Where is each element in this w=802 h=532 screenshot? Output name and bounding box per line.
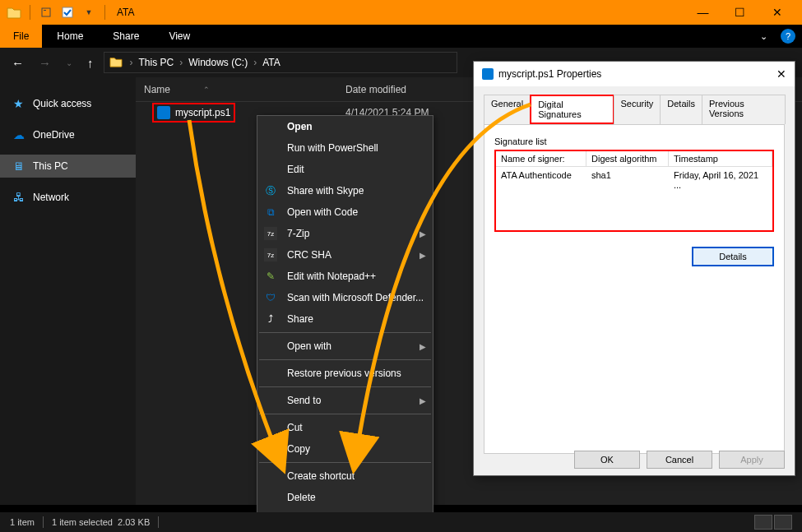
ctx-copy[interactable]: Copy xyxy=(257,438,433,460)
ctx-run-powershell[interactable]: Run with PowerShell xyxy=(257,137,433,159)
signature-list-label: Signature list xyxy=(494,136,774,146)
sidebar-item-label: This PC xyxy=(33,160,68,172)
address-bar[interactable]: › This PC › Windows (C:) › ATA xyxy=(104,52,457,73)
tab-view[interactable]: View xyxy=(154,26,205,46)
signature-row[interactable]: ATA Authenticode sha1 Friday, April 16, … xyxy=(496,167,772,193)
column-name[interactable]: Name ⌃ xyxy=(144,84,345,95)
tab-general[interactable]: General xyxy=(484,95,531,124)
quick-access-toolbar: ▼ xyxy=(26,3,109,21)
close-button[interactable]: ✕ xyxy=(758,0,795,25)
ctx-restore[interactable]: Restore previous versions xyxy=(257,363,433,384)
forward-button[interactable]: → xyxy=(34,53,56,72)
breadcrumb-item[interactable]: This PC xyxy=(136,57,178,68)
status-bar: 1 item 1 item selected 2.03 KB xyxy=(0,512,802,532)
ribbon: File Home Share View ⌄ ? xyxy=(0,25,802,48)
sidebar-item-thispc[interactable]: 🖥 This PC xyxy=(0,155,136,178)
tab-previous-versions[interactable]: Previous Versions xyxy=(702,95,786,124)
7zip-icon: 7z xyxy=(264,227,277,240)
shield-icon: 🛡 xyxy=(264,291,277,304)
ctx-open[interactable]: Open xyxy=(257,116,433,137)
timestamp: Friday, April 16, 2021 ... xyxy=(669,167,772,193)
close-icon[interactable]: ✕ xyxy=(777,67,786,81)
network-icon: 🖧 xyxy=(13,191,26,204)
sidebar-item-quickaccess[interactable]: ★ Quick access xyxy=(0,92,136,115)
ctx-edit[interactable]: Edit xyxy=(257,159,433,180)
view-large-icon[interactable] xyxy=(774,515,792,530)
status-selected: 1 item selected 2.03 KB xyxy=(52,517,150,527)
sidebar-item-label: Network xyxy=(33,192,69,203)
apply-button[interactable]: Apply xyxy=(719,451,785,469)
share-icon: ⤴ xyxy=(264,312,277,326)
back-button[interactable]: ← xyxy=(7,53,29,72)
ctx-delete[interactable]: Delete xyxy=(257,487,433,508)
dialog-titlebar: myscript.ps1 Properties ✕ xyxy=(474,62,795,86)
help-icon[interactable]: ? xyxy=(781,29,795,44)
window-title: ATA xyxy=(117,7,684,18)
ctx-notepadpp[interactable]: ✎Edit with Notepad++ xyxy=(257,266,433,287)
ctx-cut[interactable]: Cut xyxy=(257,417,433,438)
ctx-sendto[interactable]: Send to▶ xyxy=(257,390,433,411)
crc-icon: 7z xyxy=(264,248,277,261)
sort-icon: ⌃ xyxy=(203,86,210,94)
npp-icon: ✎ xyxy=(264,270,277,283)
ctx-share[interactable]: ⤴Share xyxy=(257,308,433,330)
cancel-button[interactable]: Cancel xyxy=(647,451,712,469)
vscode-icon: ⧉ xyxy=(264,206,277,219)
column-timestamp[interactable]: Timestamp xyxy=(669,151,772,166)
tab-security[interactable]: Security xyxy=(614,95,661,124)
titlebar: ▼ ATA — ☐ ✕ xyxy=(0,0,802,25)
dialog-panel: Signature list Name of signer: Digest al… xyxy=(484,125,785,454)
dialog-buttons: OK Cancel Apply xyxy=(574,451,785,469)
tab-digital-signatures[interactable]: Digital Signatures xyxy=(530,95,614,124)
ps1-file-icon xyxy=(157,106,170,119)
skype-icon: Ⓢ xyxy=(264,184,277,197)
ctx-7zip[interactable]: 7z7-Zip▶ xyxy=(257,223,433,244)
file-tab[interactable]: File xyxy=(0,25,42,48)
svg-rect-1 xyxy=(44,10,46,11)
column-signer[interactable]: Name of signer: xyxy=(496,151,586,166)
column-date[interactable]: Date modified xyxy=(345,84,477,95)
ctx-defender[interactable]: 🛡Scan with Microsoft Defender... xyxy=(257,287,433,308)
properties-dialog: myscript.ps1 Properties ✕ General Digita… xyxy=(473,61,795,476)
column-algorithm[interactable]: Digest algorithm xyxy=(586,151,669,166)
qat-checkbox-icon[interactable] xyxy=(58,3,76,21)
tab-share[interactable]: Share xyxy=(98,26,154,46)
cloud-icon: ☁ xyxy=(13,128,26,141)
ribbon-chevron-icon[interactable]: ⌄ xyxy=(753,31,774,42)
digest-algorithm: sha1 xyxy=(586,167,669,193)
context-menu: Open Run with PowerShell Edit ⓈShare wit… xyxy=(257,115,433,532)
ctx-vscode[interactable]: ⧉Open with Code xyxy=(257,201,433,223)
chevron-down-icon[interactable]: ▼ xyxy=(80,3,98,21)
ctx-crcsha[interactable]: 7zCRC SHA▶ xyxy=(257,244,433,266)
signature-list[interactable]: Name of signer: Digest algorithm Timesta… xyxy=(494,150,774,232)
tab-home[interactable]: Home xyxy=(42,26,98,46)
dialog-tabs: General Digital Signatures Security Deta… xyxy=(484,95,785,125)
details-button[interactable]: Details xyxy=(692,247,774,266)
folder-icon xyxy=(7,6,21,19)
pc-icon: 🖥 xyxy=(13,160,26,173)
maximize-button[interactable]: ☐ xyxy=(721,0,758,25)
folder-icon xyxy=(109,56,123,70)
tab-details[interactable]: Details xyxy=(660,95,702,124)
sidebar: ★ Quick access ☁ OneDrive 🖥 This PC 🖧 Ne… xyxy=(0,77,136,505)
breadcrumb-item[interactable]: ATA xyxy=(259,57,284,68)
ok-button[interactable]: OK xyxy=(574,451,640,469)
dialog-title: myscript.ps1 Properties xyxy=(498,68,601,80)
ctx-shortcut[interactable]: Create shortcut xyxy=(257,465,433,487)
breadcrumb-item[interactable]: Windows (C:) xyxy=(185,57,251,68)
ctx-skype[interactable]: ⓈShare with Skype xyxy=(257,180,433,201)
minimize-button[interactable]: — xyxy=(684,0,721,25)
sidebar-item-label: Quick access xyxy=(33,98,91,109)
ps1-file-icon xyxy=(482,68,494,80)
sidebar-item-label: OneDrive xyxy=(33,129,75,141)
star-icon: ★ xyxy=(13,97,26,110)
view-details-icon[interactable] xyxy=(754,515,772,530)
file-name: myscript.ps1 xyxy=(175,107,230,118)
sidebar-item-network[interactable]: 🖧 Network xyxy=(0,186,136,209)
sidebar-item-onedrive[interactable]: ☁ OneDrive xyxy=(0,123,136,146)
recent-dropdown[interactable]: ⌄ xyxy=(61,56,77,70)
ctx-openwith[interactable]: Open with▶ xyxy=(257,335,433,357)
signer-name: ATA Authenticode xyxy=(496,167,586,193)
qat-properties-icon[interactable] xyxy=(37,3,55,21)
up-button[interactable]: ↑ xyxy=(82,53,99,72)
